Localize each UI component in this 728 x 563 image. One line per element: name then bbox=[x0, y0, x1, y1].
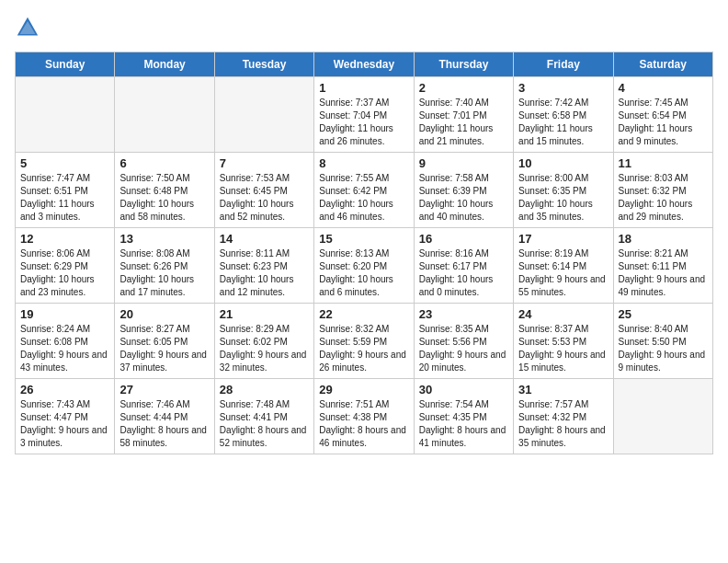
day-number: 11 bbox=[619, 156, 708, 170]
calendar-cell bbox=[214, 77, 313, 153]
calendar-week-row: 26Sunrise: 7:43 AM Sunset: 4:47 PM Dayli… bbox=[16, 379, 713, 454]
calendar-cell: 17Sunrise: 8:19 AM Sunset: 6:14 PM Dayli… bbox=[514, 228, 613, 304]
cell-info: Sunrise: 8:19 AM Sunset: 6:14 PM Dayligh… bbox=[518, 247, 608, 299]
calendar-cell: 23Sunrise: 8:35 AM Sunset: 5:56 PM Dayli… bbox=[414, 304, 513, 379]
cell-info: Sunrise: 8:27 AM Sunset: 6:05 PM Dayligh… bbox=[119, 323, 209, 374]
day-number: 10 bbox=[518, 156, 608, 170]
calendar-cell: 8Sunrise: 7:55 AM Sunset: 6:42 PM Daylig… bbox=[314, 153, 414, 228]
calendar-cell: 20Sunrise: 8:27 AM Sunset: 6:05 PM Dayli… bbox=[115, 304, 214, 379]
day-number: 4 bbox=[619, 81, 708, 95]
cell-info: Sunrise: 7:58 AM Sunset: 6:39 PM Dayligh… bbox=[419, 172, 508, 224]
weekday-header-friday: Friday bbox=[514, 52, 613, 77]
cell-info: Sunrise: 8:08 AM Sunset: 6:26 PM Dayligh… bbox=[119, 247, 209, 299]
logo-icon bbox=[15, 15, 40, 40]
cell-info: Sunrise: 7:48 AM Sunset: 4:41 PM Dayligh… bbox=[220, 398, 309, 450]
day-number: 17 bbox=[518, 232, 608, 246]
calendar-cell: 18Sunrise: 8:21 AM Sunset: 6:11 PM Dayli… bbox=[613, 228, 712, 304]
cell-info: Sunrise: 8:24 AM Sunset: 6:08 PM Dayligh… bbox=[20, 323, 109, 374]
cell-info: Sunrise: 8:13 AM Sunset: 6:20 PM Dayligh… bbox=[319, 247, 408, 299]
cell-info: Sunrise: 7:55 AM Sunset: 6:42 PM Dayligh… bbox=[319, 172, 408, 224]
cell-info: Sunrise: 7:46 AM Sunset: 4:44 PM Dayligh… bbox=[119, 398, 209, 450]
calendar-cell bbox=[115, 77, 214, 153]
cell-info: Sunrise: 7:50 AM Sunset: 6:48 PM Dayligh… bbox=[119, 172, 209, 224]
cell-info: Sunrise: 8:32 AM Sunset: 5:59 PM Dayligh… bbox=[319, 323, 408, 374]
calendar-cell: 1Sunrise: 7:37 AM Sunset: 7:04 PM Daylig… bbox=[314, 77, 414, 153]
calendar-cell: 6Sunrise: 7:50 AM Sunset: 6:48 PM Daylig… bbox=[115, 153, 214, 228]
weekday-header-row: SundayMondayTuesdayWednesdayThursdayFrid… bbox=[16, 52, 713, 77]
cell-info: Sunrise: 7:37 AM Sunset: 7:04 PM Dayligh… bbox=[319, 97, 408, 148]
day-number: 12 bbox=[20, 232, 109, 246]
cell-info: Sunrise: 8:29 AM Sunset: 6:02 PM Dayligh… bbox=[220, 323, 309, 374]
cell-info: Sunrise: 8:16 AM Sunset: 6:17 PM Dayligh… bbox=[419, 247, 508, 299]
day-number: 16 bbox=[419, 232, 508, 246]
day-number: 21 bbox=[220, 307, 309, 321]
cell-info: Sunrise: 8:40 AM Sunset: 5:50 PM Dayligh… bbox=[619, 323, 708, 374]
cell-info: Sunrise: 7:47 AM Sunset: 6:51 PM Dayligh… bbox=[20, 172, 109, 224]
weekday-header-saturday: Saturday bbox=[613, 52, 712, 77]
cell-info: Sunrise: 8:35 AM Sunset: 5:56 PM Dayligh… bbox=[419, 323, 508, 374]
calendar-week-row: 5Sunrise: 7:47 AM Sunset: 6:51 PM Daylig… bbox=[16, 153, 713, 228]
day-number: 14 bbox=[220, 232, 309, 246]
calendar-cell: 30Sunrise: 7:54 AM Sunset: 4:35 PM Dayli… bbox=[414, 379, 513, 454]
weekday-header-wednesday: Wednesday bbox=[314, 52, 414, 77]
cell-info: Sunrise: 8:11 AM Sunset: 6:23 PM Dayligh… bbox=[220, 247, 309, 299]
day-number: 9 bbox=[419, 156, 508, 170]
calendar-cell: 28Sunrise: 7:48 AM Sunset: 4:41 PM Dayli… bbox=[214, 379, 313, 454]
calendar-week-row: 12Sunrise: 8:06 AM Sunset: 6:29 PM Dayli… bbox=[16, 228, 713, 304]
calendar-cell: 2Sunrise: 7:40 AM Sunset: 7:01 PM Daylig… bbox=[414, 77, 513, 153]
calendar-week-row: 19Sunrise: 8:24 AM Sunset: 6:08 PM Dayli… bbox=[16, 304, 713, 379]
calendar-cell: 5Sunrise: 7:47 AM Sunset: 6:51 PM Daylig… bbox=[16, 153, 115, 228]
day-number: 5 bbox=[20, 156, 109, 170]
cell-info: Sunrise: 7:45 AM Sunset: 6:54 PM Dayligh… bbox=[619, 97, 708, 148]
page-header bbox=[15, 15, 713, 40]
day-number: 23 bbox=[419, 307, 508, 321]
day-number: 7 bbox=[220, 156, 309, 170]
calendar-cell: 3Sunrise: 7:42 AM Sunset: 6:58 PM Daylig… bbox=[514, 77, 613, 153]
cell-info: Sunrise: 7:43 AM Sunset: 4:47 PM Dayligh… bbox=[20, 398, 109, 450]
calendar-cell: 9Sunrise: 7:58 AM Sunset: 6:39 PM Daylig… bbox=[414, 153, 513, 228]
calendar-cell bbox=[613, 379, 712, 454]
cell-info: Sunrise: 8:06 AM Sunset: 6:29 PM Dayligh… bbox=[20, 247, 109, 299]
calendar-cell: 12Sunrise: 8:06 AM Sunset: 6:29 PM Dayli… bbox=[16, 228, 115, 304]
day-number: 27 bbox=[119, 383, 209, 396]
calendar-cell: 11Sunrise: 8:03 AM Sunset: 6:32 PM Dayli… bbox=[613, 153, 712, 228]
calendar-cell: 16Sunrise: 8:16 AM Sunset: 6:17 PM Dayli… bbox=[414, 228, 513, 304]
calendar-cell: 24Sunrise: 8:37 AM Sunset: 5:53 PM Dayli… bbox=[514, 304, 613, 379]
calendar-cell: 26Sunrise: 7:43 AM Sunset: 4:47 PM Dayli… bbox=[16, 379, 115, 454]
calendar-cell: 27Sunrise: 7:46 AM Sunset: 4:44 PM Dayli… bbox=[115, 379, 214, 454]
day-number: 15 bbox=[319, 232, 408, 246]
cell-info: Sunrise: 7:40 AM Sunset: 7:01 PM Dayligh… bbox=[419, 97, 508, 148]
weekday-header-thursday: Thursday bbox=[414, 52, 513, 77]
cell-info: Sunrise: 7:54 AM Sunset: 4:35 PM Dayligh… bbox=[419, 398, 508, 450]
day-number: 28 bbox=[220, 383, 309, 396]
day-number: 31 bbox=[518, 383, 608, 396]
cell-info: Sunrise: 8:03 AM Sunset: 6:32 PM Dayligh… bbox=[619, 172, 708, 224]
day-number: 19 bbox=[20, 307, 109, 321]
day-number: 3 bbox=[518, 81, 608, 95]
calendar-cell: 4Sunrise: 7:45 AM Sunset: 6:54 PM Daylig… bbox=[613, 77, 712, 153]
day-number: 2 bbox=[419, 81, 508, 95]
cell-info: Sunrise: 7:57 AM Sunset: 4:32 PM Dayligh… bbox=[518, 398, 608, 450]
calendar-cell: 22Sunrise: 8:32 AM Sunset: 5:59 PM Dayli… bbox=[314, 304, 414, 379]
cell-info: Sunrise: 8:00 AM Sunset: 6:35 PM Dayligh… bbox=[518, 172, 608, 224]
calendar-cell: 31Sunrise: 7:57 AM Sunset: 4:32 PM Dayli… bbox=[514, 379, 613, 454]
day-number: 1 bbox=[319, 81, 408, 95]
calendar-cell: 10Sunrise: 8:00 AM Sunset: 6:35 PM Dayli… bbox=[514, 153, 613, 228]
cell-info: Sunrise: 7:51 AM Sunset: 4:38 PM Dayligh… bbox=[319, 398, 408, 450]
day-number: 6 bbox=[119, 156, 209, 170]
calendar-cell: 13Sunrise: 8:08 AM Sunset: 6:26 PM Dayli… bbox=[115, 228, 214, 304]
day-number: 24 bbox=[518, 307, 608, 321]
day-number: 25 bbox=[619, 307, 708, 321]
calendar-cell: 25Sunrise: 8:40 AM Sunset: 5:50 PM Dayli… bbox=[613, 304, 712, 379]
calendar-cell bbox=[16, 77, 115, 153]
day-number: 29 bbox=[319, 383, 408, 396]
day-number: 13 bbox=[119, 232, 209, 246]
cell-info: Sunrise: 7:42 AM Sunset: 6:58 PM Dayligh… bbox=[518, 97, 608, 148]
calendar-cell: 29Sunrise: 7:51 AM Sunset: 4:38 PM Dayli… bbox=[314, 379, 414, 454]
cell-info: Sunrise: 8:21 AM Sunset: 6:11 PM Dayligh… bbox=[619, 247, 708, 299]
weekday-header-tuesday: Tuesday bbox=[214, 52, 313, 77]
cell-info: Sunrise: 8:37 AM Sunset: 5:53 PM Dayligh… bbox=[518, 323, 608, 374]
weekday-header-monday: Monday bbox=[115, 52, 214, 77]
calendar-cell: 15Sunrise: 8:13 AM Sunset: 6:20 PM Dayli… bbox=[314, 228, 414, 304]
calendar-cell: 14Sunrise: 8:11 AM Sunset: 6:23 PM Dayli… bbox=[214, 228, 313, 304]
